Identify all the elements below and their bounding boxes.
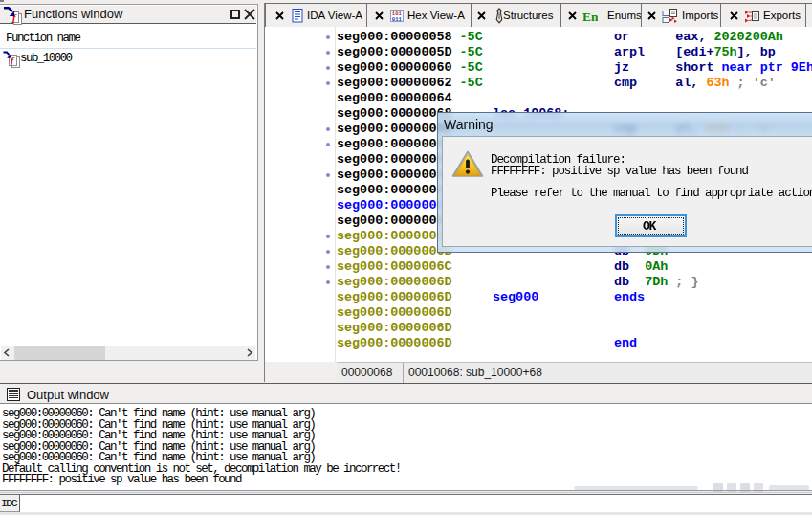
svg-text:En: En: [582, 10, 598, 24]
svg-text:011: 011: [392, 16, 403, 23]
